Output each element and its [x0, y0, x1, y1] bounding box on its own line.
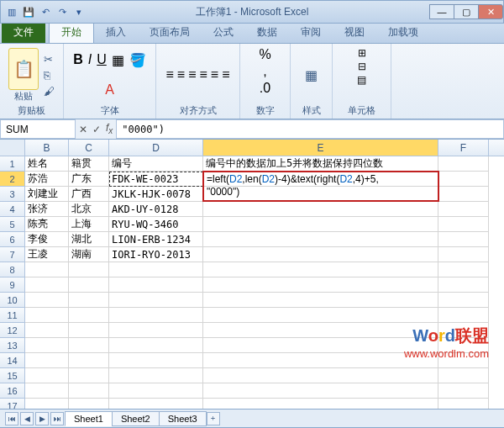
underline-icon[interactable]: U: [97, 52, 107, 67]
cell[interactable]: [109, 399, 203, 409]
sheet-nav-first-icon[interactable]: ⏮: [5, 412, 18, 425]
sheet-nav-prev-icon[interactable]: ◀: [20, 412, 34, 425]
sheet-tab[interactable]: Sheet2: [112, 411, 160, 426]
save-icon[interactable]: 💾: [21, 4, 36, 19]
tab-data[interactable]: 数据: [245, 22, 289, 43]
row-header[interactable]: 15: [0, 368, 25, 383]
cell[interactable]: [109, 353, 203, 368]
cell[interactable]: 上海: [69, 217, 109, 232]
row-header[interactable]: 16: [0, 383, 25, 399]
new-sheet-icon[interactable]: ＋: [207, 412, 220, 425]
undo-icon[interactable]: ↶: [38, 4, 53, 19]
cell[interactable]: [438, 202, 489, 217]
cell[interactable]: [109, 262, 203, 277]
cell[interactable]: [69, 353, 109, 368]
row-header[interactable]: 6: [0, 232, 25, 247]
cell[interactable]: [109, 308, 203, 323]
cell[interactable]: [25, 323, 69, 338]
cell[interactable]: [69, 277, 109, 293]
cell[interactable]: [203, 217, 438, 232]
cell[interactable]: [438, 383, 489, 399]
cell[interactable]: [203, 262, 438, 277]
cell[interactable]: 刘建业: [25, 187, 69, 202]
cell[interactable]: 湖北: [69, 232, 109, 247]
cell[interactable]: [438, 187, 489, 202]
cell[interactable]: [25, 368, 69, 383]
row-header[interactable]: 7: [0, 247, 25, 262]
row-header[interactable]: 11: [0, 308, 25, 323]
cell[interactable]: [203, 308, 438, 323]
cell[interactable]: 王凌: [25, 247, 69, 262]
tab-insert[interactable]: 插入: [94, 22, 138, 43]
insert-cell-icon[interactable]: ⊞: [358, 47, 366, 59]
cell[interactable]: LION-ERB-1234: [109, 232, 203, 247]
cell[interactable]: FDK-WE-0023: [109, 172, 203, 187]
cell[interactable]: [25, 262, 69, 277]
tab-addins[interactable]: 加载项: [376, 22, 430, 43]
paste-icon[interactable]: 📋: [8, 48, 39, 90]
row-header[interactable]: 8: [0, 262, 25, 277]
cell[interactable]: [203, 293, 438, 308]
cell[interactable]: [438, 172, 489, 187]
col-header[interactable]: C: [69, 140, 109, 156]
redo-icon[interactable]: ↷: [55, 4, 70, 19]
align-bottom-icon[interactable]: ≡: [188, 67, 196, 82]
cell[interactable]: [438, 368, 489, 383]
minimize-button[interactable]: —: [429, 4, 454, 19]
cell[interactable]: [69, 323, 109, 338]
cell[interactable]: [25, 293, 69, 308]
cell[interactable]: [69, 368, 109, 383]
cell[interactable]: [69, 262, 109, 277]
excel-icon[interactable]: ▥: [4, 4, 19, 19]
cell[interactable]: IORI-RYO-2013: [109, 247, 203, 262]
format-painter-icon[interactable]: 🖌: [44, 85, 55, 98]
cell[interactable]: [69, 308, 109, 323]
name-box[interactable]: SUM: [0, 119, 76, 139]
cell[interactable]: [438, 156, 489, 172]
cell[interactable]: 编号中的数据加上5并将数据保持四位数: [203, 156, 438, 172]
cell[interactable]: 北京: [69, 202, 109, 217]
cell[interactable]: [203, 247, 438, 262]
cell[interactable]: [438, 232, 489, 247]
cell[interactable]: [25, 399, 69, 409]
delete-cell-icon[interactable]: ⊟: [358, 61, 366, 72]
cell[interactable]: [109, 293, 203, 308]
close-button[interactable]: ✕: [478, 4, 503, 19]
qat-dropdown-icon[interactable]: ▾: [71, 4, 87, 19]
format-cell-icon[interactable]: ▤: [357, 74, 366, 86]
cell[interactable]: [438, 277, 489, 293]
cell[interactable]: [438, 308, 489, 323]
tab-view[interactable]: 视图: [333, 22, 376, 43]
row-header[interactable]: 9: [0, 277, 25, 293]
cell[interactable]: [438, 293, 489, 308]
align-middle-icon[interactable]: ≡: [177, 67, 185, 82]
cell[interactable]: [203, 277, 438, 293]
col-header[interactable]: F: [438, 140, 489, 156]
col-header[interactable]: B: [25, 140, 69, 156]
row-header[interactable]: 14: [0, 353, 25, 368]
cell[interactable]: RYU-WQ-3460: [109, 217, 203, 232]
cell[interactable]: [203, 368, 438, 383]
formula-input[interactable]: "0000"): [116, 119, 504, 139]
cell[interactable]: 籍贯: [69, 156, 109, 172]
sheet-nav-last-icon[interactable]: ⏭: [50, 412, 64, 425]
fill-color-icon[interactable]: 🪣: [129, 52, 146, 68]
cell[interactable]: [203, 232, 438, 247]
cell[interactable]: 苏浩: [25, 172, 69, 187]
cell[interactable]: 张济: [25, 202, 69, 217]
tab-review[interactable]: 审阅: [289, 22, 333, 43]
cell[interactable]: [109, 323, 203, 338]
row-header[interactable]: 1: [0, 156, 25, 172]
cell[interactable]: [109, 277, 203, 293]
cell[interactable]: [25, 308, 69, 323]
bold-icon[interactable]: B: [73, 52, 83, 67]
cell[interactable]: [25, 338, 69, 353]
cell[interactable]: [69, 293, 109, 308]
row-header[interactable]: 17: [0, 399, 25, 409]
tab-formulas[interactable]: 公式: [202, 22, 245, 43]
cell[interactable]: [438, 399, 489, 409]
tab-home[interactable]: 开始: [49, 21, 94, 43]
cell[interactable]: [25, 353, 69, 368]
cell[interactable]: 陈亮: [25, 217, 69, 232]
align-center-icon[interactable]: ≡: [211, 67, 218, 82]
